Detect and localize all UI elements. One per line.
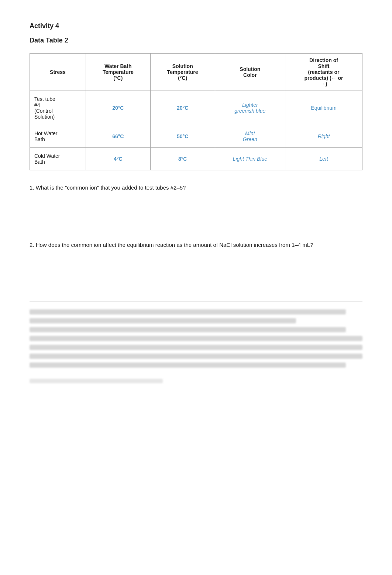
stress-cell-hot: Hot WaterBath	[30, 125, 86, 148]
table-row: Cold WaterBath 4°C 8°C Light Thin Blue L…	[30, 148, 362, 170]
question-1: 1. What is the "common ion" that you add…	[30, 184, 362, 192]
blurred-line-1	[30, 309, 346, 314]
blurred-line-5	[30, 345, 362, 350]
table-row: Test tube#4(ControlSolution) 20°C 20°C L…	[30, 91, 362, 125]
footer-blurred	[30, 379, 163, 383]
water-bath-temp-control: 20°C	[86, 91, 150, 125]
blurred-section	[30, 302, 362, 368]
stress-cell-cold: Cold WaterBath	[30, 148, 86, 170]
question-2: 2. How does the common ion affect the eq…	[30, 241, 362, 249]
col-header-stress: Stress	[30, 54, 86, 91]
blurred-line-4	[30, 336, 362, 341]
col-header-solution-color: SolutionColor	[215, 54, 285, 91]
data-table-title: Data Table 2	[30, 37, 362, 44]
water-bath-temp-cold: 4°C	[86, 148, 150, 170]
stress-cell-control: Test tube#4(ControlSolution)	[30, 91, 86, 125]
solution-color-control: Lightergreenish blue	[215, 91, 285, 125]
solution-color-hot: MintGreen	[215, 125, 285, 148]
question-2-number: 2.	[30, 242, 36, 248]
col-header-water-bath-temp: Water BathTemperature(°C)	[86, 54, 150, 91]
blurred-line-7	[30, 363, 346, 368]
table-row: Hot WaterBath 66°C 50°C MintGreen Right	[30, 125, 362, 148]
blurred-line-3	[30, 327, 346, 332]
question-1-number: 1.	[30, 184, 36, 191]
col-header-direction: Direction ofShift(reactants orproducts) …	[285, 54, 362, 91]
question-1-section: 1. What is the "common ion" that you add…	[30, 184, 362, 230]
question-2-section: 2. How does the common ion affect the eq…	[30, 241, 362, 287]
blurred-line-6	[30, 354, 362, 359]
solution-temp-cold: 8°C	[150, 148, 215, 170]
data-table: Stress Water BathTemperature(°C) Solutio…	[30, 53, 362, 170]
direction-cold: Left	[285, 148, 362, 170]
solution-color-cold: Light Thin Blue	[215, 148, 285, 170]
direction-control: Equilibrium	[285, 91, 362, 125]
activity-title: Activity 4	[30, 22, 362, 30]
question-2-text: How does the common ion affect the equil…	[36, 242, 313, 248]
direction-hot: Right	[285, 125, 362, 148]
answer-space-2[interactable]	[30, 254, 362, 287]
col-header-solution-temp: SolutionTemperature(°C)	[150, 54, 215, 91]
blurred-line-2	[30, 318, 296, 323]
answer-space-1[interactable]	[30, 197, 362, 230]
solution-temp-hot: 50°C	[150, 125, 215, 148]
question-1-text: What is the "common ion" that you added …	[36, 184, 186, 191]
water-bath-temp-hot: 66°C	[86, 125, 150, 148]
solution-temp-control: 20°C	[150, 91, 215, 125]
